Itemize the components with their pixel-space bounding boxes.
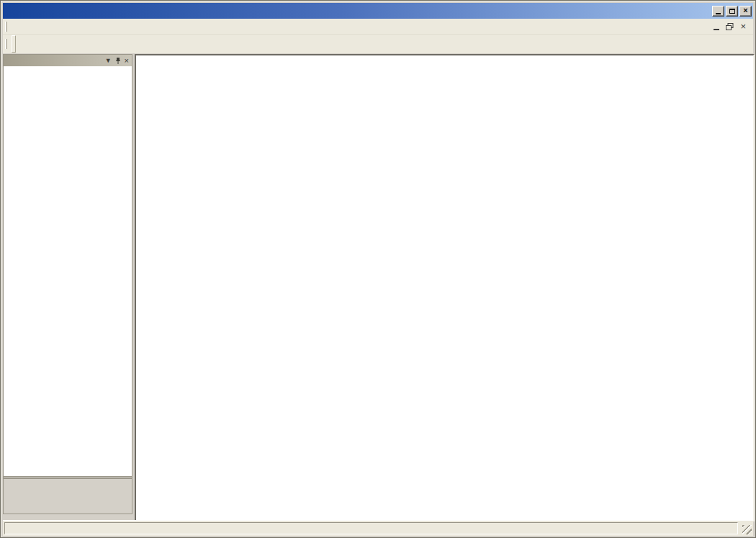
- property-grid: [4, 66, 132, 477]
- spectrum-chart-area[interactable]: [135, 54, 755, 521]
- menu-bar: ×: [3, 19, 753, 35]
- maximize-icon: [729, 9, 735, 14]
- close-button[interactable]: ×: [739, 6, 752, 17]
- toolbar: [3, 35, 753, 53]
- menu-grip[interactable]: [5, 22, 7, 32]
- panel-close-icon[interactable]: ×: [125, 57, 129, 65]
- child-minimize-icon[interactable]: [714, 29, 719, 30]
- child-close-icon[interactable]: ×: [740, 22, 746, 31]
- properties-panel: ▼ ×: [3, 54, 132, 514]
- properties-panel-header[interactable]: ▼ ×: [4, 55, 132, 66]
- close-icon: ×: [743, 6, 747, 14]
- toolbar-grip[interactable]: [5, 39, 7, 49]
- mdi-child-controls: ×: [714, 22, 753, 31]
- app-window: × × ▼: [0, 0, 756, 538]
- toolbar-band: [12, 35, 16, 53]
- waterfall-3d-plot[interactable]: [136, 55, 753, 520]
- status-message: [4, 522, 738, 534]
- status-bar: [3, 520, 753, 536]
- child-restore-icon[interactable]: [726, 23, 734, 30]
- panel-menu-chevron-icon[interactable]: ▼: [105, 58, 112, 64]
- resize-grip-icon[interactable]: [742, 525, 752, 534]
- property-help-box: [4, 478, 132, 514]
- panel-pin-icon[interactable]: [115, 58, 121, 64]
- title-bar: ×: [3, 3, 753, 19]
- minimize-button[interactable]: [712, 6, 724, 17]
- maximize-button[interactable]: [726, 6, 738, 17]
- minimize-icon: [716, 13, 721, 14]
